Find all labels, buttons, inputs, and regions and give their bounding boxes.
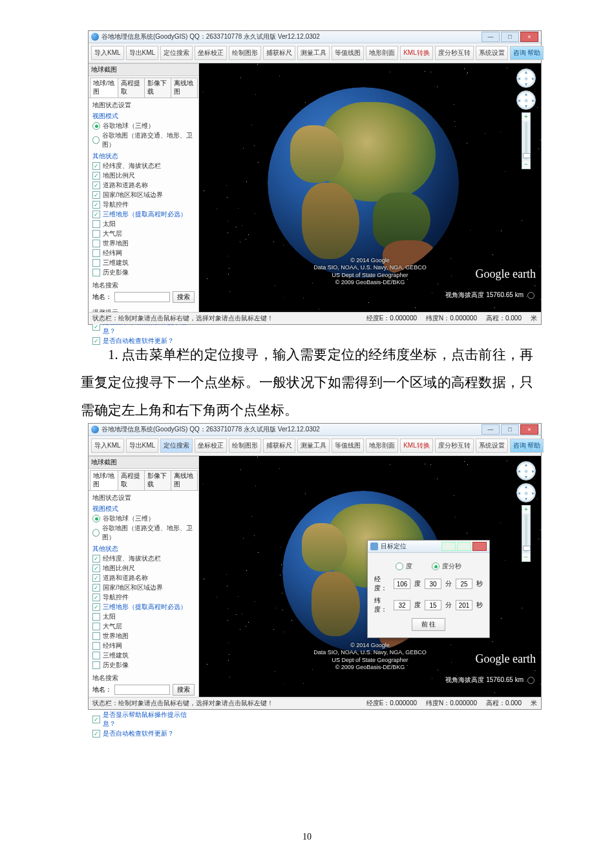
- prompt-checkbox[interactable]: 是否显示帮助鼠标操作提示信息？: [92, 710, 195, 728]
- layer-checkbox[interactable]: 历史影像: [92, 661, 195, 670]
- toolbar-button[interactable]: 导入KML: [91, 46, 124, 60]
- maximize-button[interactable]: □: [501, 424, 519, 435]
- toolbar-button[interactable]: 测量工具: [297, 46, 330, 60]
- status-lat: 纬度N：0.000000: [426, 699, 477, 708]
- pan-ring[interactable]: ▴▾◂▸: [516, 90, 536, 110]
- place-search-input[interactable]: [114, 292, 170, 302]
- toolbar-button[interactable]: 绘制图形: [229, 46, 261, 60]
- sidebar-tab[interactable]: 高程提取: [118, 470, 145, 490]
- toolbar-button[interactable]: 等值线图: [332, 439, 364, 453]
- close-button[interactable]: ×: [520, 32, 538, 42]
- layer-checkbox[interactable]: 道路和道路名称: [92, 181, 195, 190]
- layer-checkbox[interactable]: 地图比例尺: [92, 564, 195, 573]
- nav-controls[interactable]: ▴▾◂▸ ▴▾◂▸ +−: [516, 461, 536, 562]
- layer-checkbox[interactable]: 太阳: [92, 220, 195, 229]
- toolbar-button[interactable]: 导入KML: [91, 439, 124, 453]
- locate-dialog[interactable]: 目标定位 度 度分秒 经 度： 度 分 秒: [367, 540, 490, 638]
- maximize-button[interactable]: □: [501, 32, 519, 42]
- toolbar-button[interactable]: 系统设置: [476, 46, 508, 60]
- layer-checkbox[interactable]: 经纬网: [92, 641, 195, 650]
- toolbar-button[interactable]: 定位搜索: [160, 439, 193, 453]
- toolbar-button[interactable]: 捕获标尺: [263, 439, 295, 453]
- layer-checkbox[interactable]: 经纬度、海拔状态栏: [92, 161, 195, 170]
- close-button[interactable]: ×: [520, 424, 538, 435]
- layer-checkbox[interactable]: 太阳: [92, 612, 195, 621]
- lon-deg-input[interactable]: [394, 579, 410, 589]
- toolbar-button[interactable]: 系统设置: [476, 439, 508, 453]
- sidebar-tab[interactable]: 地球/地图: [90, 78, 118, 98]
- layer-checkbox[interactable]: 地图比例尺: [92, 171, 195, 180]
- toolbar-button[interactable]: 咨询 帮助: [510, 439, 544, 453]
- mode-deg-radio[interactable]: 度: [396, 562, 412, 571]
- toolbar-button[interactable]: 度分秒互转: [435, 439, 474, 453]
- toolbar-button[interactable]: 度分秒互转: [435, 46, 474, 60]
- layer-checkbox[interactable]: 三维地形（提取高程时必选）: [92, 603, 195, 612]
- lat-min-input[interactable]: [425, 600, 441, 610]
- toolbar-button[interactable]: 导出KML: [126, 46, 159, 60]
- layer-checkbox[interactable]: 世界地图: [92, 632, 195, 641]
- sidebar-tab[interactable]: 影像下载: [144, 470, 171, 490]
- toolbar-button[interactable]: 绘制图形: [229, 439, 261, 453]
- dialog-min-button[interactable]: [441, 542, 456, 551]
- place-search-button[interactable]: 搜索: [173, 291, 195, 303]
- layer-checkbox[interactable]: 三维建筑: [92, 651, 195, 660]
- layer-checkbox[interactable]: 大气层: [92, 229, 195, 238]
- layer-checkbox[interactable]: 导航控件: [92, 200, 195, 209]
- dialog-max-button[interactable]: [457, 542, 471, 551]
- toolbar-button[interactable]: 导出KML: [126, 439, 159, 453]
- globe[interactable]: [268, 87, 459, 278]
- toolbar-button[interactable]: 捕获标尺: [263, 46, 295, 60]
- layer-checkbox[interactable]: 历史影像: [92, 268, 195, 277]
- map-viewport[interactable]: ▴▾◂▸ ▴▾◂▸ +− © 2014 GoogleData SIO, NOAA…: [199, 63, 541, 312]
- toolbar-button[interactable]: 测量工具: [297, 439, 330, 453]
- toolbar-button[interactable]: 地形剖面: [366, 46, 398, 60]
- nav-controls[interactable]: ▴▾◂▸ ▴▾◂▸ +−: [516, 68, 536, 169]
- map-viewport[interactable]: ▴▾◂▸ ▴▾◂▸ +− 目标定位 度: [199, 456, 541, 697]
- toolbar-button[interactable]: 定位搜索: [160, 46, 193, 60]
- layer-checkbox[interactable]: 世界地图: [92, 239, 195, 248]
- layer-checkbox[interactable]: 经纬度、海拔状态栏: [92, 554, 195, 563]
- lon-sec-input[interactable]: [456, 579, 472, 589]
- toolbar-button[interactable]: 咨询 帮助: [510, 46, 544, 60]
- layer-checkbox[interactable]: 国家/地区和区域边界: [92, 583, 195, 592]
- layer-checkbox[interactable]: 国家/地区和区域边界: [92, 191, 195, 200]
- minimize-button[interactable]: —: [482, 424, 500, 435]
- view-mode-radio[interactable]: 谷歌地球（三维）: [92, 121, 195, 130]
- zoom-slider[interactable]: +−: [522, 505, 531, 562]
- look-ring[interactable]: ▴▾◂▸: [516, 461, 536, 480]
- go-button[interactable]: 前 往: [412, 618, 446, 631]
- sidebar-tab[interactable]: 影像下载: [144, 78, 171, 98]
- place-search-button[interactable]: 搜索: [173, 684, 195, 696]
- layer-checkbox[interactable]: 经纬网: [92, 249, 195, 258]
- layer-checkbox[interactable]: 导航控件: [92, 593, 195, 602]
- lon-min-input[interactable]: [425, 579, 441, 589]
- toolbar-button[interactable]: 等值线图: [332, 46, 364, 60]
- place-search-input[interactable]: [114, 685, 170, 695]
- sidebar-tab[interactable]: 离线地图: [171, 470, 198, 490]
- look-ring[interactable]: ▴▾◂▸: [516, 68, 536, 88]
- prompt-checkbox[interactable]: 是否自动检查软件更新？: [92, 729, 195, 738]
- toolbar-button[interactable]: 坐标校正: [195, 46, 227, 60]
- toolbar-button[interactable]: KML转换: [400, 46, 433, 60]
- layer-checkbox[interactable]: 大气层: [92, 622, 195, 631]
- layer-checkbox[interactable]: 三维地形（提取高程时必选）: [92, 210, 195, 219]
- pan-ring[interactable]: ▴▾◂▸: [516, 483, 536, 502]
- view-mode-radio[interactable]: 谷歌地图（道路交通、地形、卫图）: [92, 524, 195, 542]
- sidebar-tab[interactable]: 地球/地图: [90, 470, 118, 490]
- mode-dms-radio[interactable]: 度分秒: [432, 562, 461, 571]
- toolbar-button[interactable]: 坐标校正: [195, 439, 227, 453]
- dialog-close-button[interactable]: [472, 542, 487, 551]
- lat-deg-input[interactable]: [394, 600, 410, 610]
- zoom-slider[interactable]: +−: [522, 112, 531, 169]
- lat-sec-input[interactable]: [456, 600, 472, 610]
- minimize-button[interactable]: —: [482, 32, 500, 42]
- toolbar-button[interactable]: 地形剖面: [366, 439, 398, 453]
- view-mode-radio[interactable]: 谷歌地球（三维）: [92, 514, 195, 523]
- sidebar-tab[interactable]: 高程提取: [118, 78, 145, 98]
- layer-checkbox[interactable]: 道路和道路名称: [92, 574, 195, 583]
- dialog-title: 目标定位: [381, 542, 441, 551]
- layer-checkbox[interactable]: 三维建筑: [92, 258, 195, 267]
- toolbar-button[interactable]: KML转换: [400, 439, 433, 453]
- sidebar-tab[interactable]: 离线地图: [171, 78, 198, 98]
- view-mode-radio[interactable]: 谷歌地图（道路交通、地形、卫图）: [92, 131, 195, 149]
